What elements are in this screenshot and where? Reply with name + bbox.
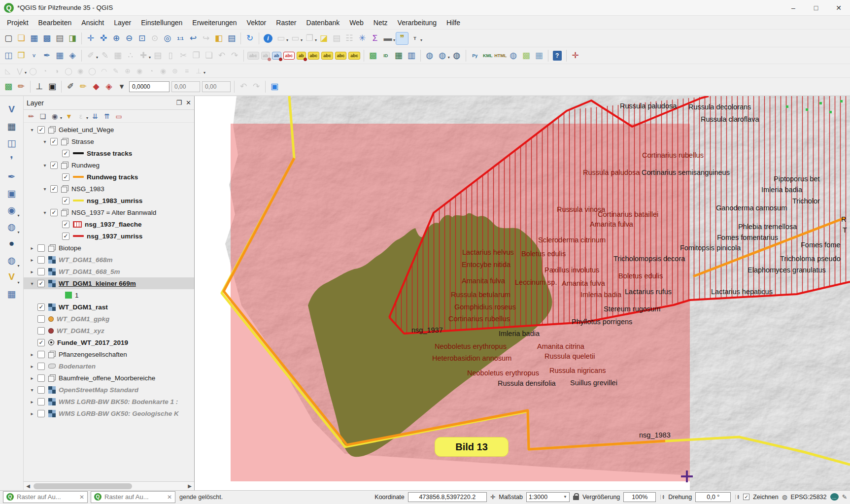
log-pencil-icon[interactable]: ✎ — [842, 493, 847, 501]
new-project-icon[interactable]: ▢ — [2, 32, 15, 45]
expander-icon[interactable]: ▸ — [27, 245, 37, 251]
scroll-thumb[interactable] — [34, 483, 132, 489]
scroll-right-icon[interactable]: ▶ — [185, 483, 194, 489]
style-dock-icon[interactable]: ▩ — [2, 80, 15, 93]
layer-row-baumfreie-offene-moorbereiche[interactable]: ▸Baumfreie_offene_Moorbereiche — [24, 372, 194, 384]
toolbar-field[interactable]: 0,00 — [202, 81, 231, 92]
layer-row-wt-dgm1-668m[interactable]: ▸WT_DGM1_668m — [24, 254, 194, 266]
filter-legend-icon[interactable]: ▼ — [64, 111, 74, 122]
measure-icon[interactable]: ▬ — [381, 32, 394, 45]
layer-visibility-checkbox[interactable]: ✓ — [37, 280, 45, 287]
processing-toolbox-icon[interactable]: ✳ — [356, 32, 369, 45]
zoom-to-layer-icon[interactable]: ◎ — [161, 32, 174, 45]
python-console-icon[interactable]: Py — [469, 49, 481, 62]
show-bookmarks-icon[interactable]: ▤ — [225, 32, 238, 45]
layer-row-gebiet-und-wege[interactable]: ▾✓Gebiet_und_Wege — [24, 124, 194, 135]
close-button[interactable]: ✕ — [827, 0, 850, 16]
layer-visibility-checkbox[interactable] — [37, 386, 45, 394]
layer-row-pflanzengesellschaften[interactable]: ▸Pflanzengesellschaften — [24, 348, 194, 360]
menu-web[interactable]: Web — [344, 17, 369, 29]
expander-icon[interactable]: ▾ — [27, 127, 37, 133]
layer-visibility-checkbox[interactable] — [37, 410, 45, 417]
dropdown-arrow-icon[interactable]: ▾ — [17, 213, 19, 218]
new-mesh-icon[interactable]: ▦ — [53, 49, 66, 62]
layer-visibility-checkbox[interactable]: ✓ — [62, 221, 69, 228]
text-annotation-icon[interactable]: T — [408, 32, 421, 45]
expander-icon[interactable]: ▾ — [39, 210, 50, 215]
maximize-button[interactable]: □ — [805, 0, 827, 16]
expander-icon[interactable]: ▾ — [39, 163, 50, 168]
layer-row-wt-dgm1-gpkg[interactable]: WT_DGM1_gpkg — [24, 313, 194, 325]
pan-to-selection-icon[interactable]: ✜ — [97, 32, 110, 45]
pen-yellow-icon[interactable]: ✏ — [77, 80, 90, 93]
close-icon[interactable]: ✕ — [167, 494, 172, 501]
messages-bubble-icon[interactable]: … — [830, 493, 839, 501]
tracing-icon[interactable]: ▣ — [46, 80, 59, 93]
expander-icon[interactable]: ▾ — [39, 139, 50, 144]
new-geopackage-icon[interactable]: ❒ — [15, 49, 28, 62]
menu-vektor[interactable]: Vektor — [242, 17, 272, 29]
metasearch-icon[interactable]: ◍ — [423, 49, 436, 62]
layer-row-biotope[interactable]: ▸Biotope — [24, 242, 194, 254]
layer-row-1[interactable]: 1 — [24, 289, 194, 301]
zoom-in-icon[interactable]: ⊕ — [110, 32, 123, 45]
menu-layer[interactable]: Layer — [109, 17, 136, 29]
layer-row-strasse-tracks[interactable]: ✓Strasse tracks — [24, 147, 194, 159]
snap-dropdown-icon[interactable]: ▾ — [115, 80, 128, 93]
add-group-icon[interactable]: ❏ — [37, 111, 48, 122]
quick-map-services-icon[interactable]: ▩ — [520, 49, 533, 62]
pan-map-icon[interactable]: ✛ — [84, 32, 97, 45]
dropdown-arrow-icon[interactable]: ▾ — [60, 116, 62, 120]
add-raster-layer-icon[interactable]: ▦ — [4, 119, 19, 133]
rotate-label-icon[interactable]: abc — [321, 52, 333, 60]
open-project-icon[interactable]: ❏ — [15, 32, 28, 45]
layer-labeling-icon[interactable]: abc — [247, 52, 259, 60]
expander-icon[interactable]: ▸ — [27, 364, 37, 369]
menu-bearbeiten[interactable]: Bearbeiten — [34, 17, 77, 29]
layer-row-bodenarten[interactable]: ▸Bodenarten — [24, 360, 194, 372]
layer-styling-icon[interactable]: ✏ — [15, 80, 28, 93]
expander-icon[interactable]: ▸ — [27, 257, 37, 263]
layer-visibility-checkbox[interactable]: ✓ — [50, 138, 58, 145]
add-vector-layer-icon[interactable]: V — [4, 102, 19, 116]
crs-status[interactable]: EPSG:25832 — [791, 494, 827, 501]
add-spatialite-icon[interactable]: ✒ — [4, 169, 19, 183]
raster-calculator-icon[interactable]: ▩ — [367, 49, 379, 62]
crosshair-icon[interactable]: ✛ — [569, 49, 582, 62]
statistics-icon[interactable]: Σ — [369, 32, 381, 45]
style-manager-icon[interactable]: ◨ — [66, 32, 79, 45]
layer-visibility-checkbox[interactable] — [37, 398, 45, 405]
move-label-icon[interactable]: ab — [297, 52, 306, 60]
dropdown-arrow-icon[interactable]: ▾ — [17, 280, 19, 285]
new-spatialite-icon[interactable]: ✒ — [40, 49, 53, 62]
label-properties-icon[interactable]: abc — [348, 52, 360, 60]
add-vector-tile-icon[interactable]: V — [4, 270, 19, 284]
expander-icon[interactable]: ▾ — [39, 186, 50, 192]
layer-visibility-checkbox[interactable]: ✓ — [62, 233, 69, 240]
expander-icon[interactable]: ▾ — [27, 387, 37, 393]
layer-row-wt-dgm1-668-5m[interactable]: ▸WT_DGM1_668_5m — [24, 266, 194, 277]
layer-row-rundweg[interactable]: ▾✓Rundweg — [24, 159, 194, 171]
expander-icon[interactable]: ▸ — [27, 399, 37, 404]
render-preview-icon[interactable]: ▣ — [268, 80, 281, 93]
toolbar-field[interactable]: 0,0000 — [129, 81, 170, 92]
layer-panel-hscrollbar[interactable]: ◀ ▶ — [24, 481, 194, 490]
layer-visibility-checkbox[interactable]: ✓ — [50, 162, 58, 169]
layer-visibility-checkbox[interactable] — [37, 256, 45, 264]
db-manager-icon[interactable]: ▥ — [405, 49, 418, 62]
layer-row-nsg-1937-umriss[interactable]: ✓nsg_1937_umriss — [24, 230, 194, 242]
new-shapefile-icon[interactable]: V — [28, 49, 40, 62]
layer-visibility-checkbox[interactable] — [37, 244, 45, 252]
add-mesh-layer-icon[interactable]: ◫ — [4, 136, 19, 150]
expander-icon[interactable]: ▸ — [27, 411, 37, 416]
dropdown-arrow-icon[interactable]: ▾ — [17, 230, 19, 235]
minimize-button[interactable]: – — [782, 0, 805, 16]
snapping-anchor-icon[interactable]: ⊥ — [33, 80, 46, 93]
magnifier-spinner[interactable]: ▲▼ — [660, 495, 665, 500]
color-picker-icon[interactable]: ✐ — [64, 80, 77, 93]
menu-raster[interactable]: Raster — [271, 17, 301, 29]
layer-row-nsg-1937-alter-bannwald[interactable]: ▾✓NSG_1937 = Alter Bannwald — [24, 206, 194, 218]
layer-visibility-checkbox[interactable]: ✓ — [50, 209, 58, 216]
toolbar-field[interactable]: 0,00 — [171, 81, 200, 92]
layer-visibility-checkbox[interactable] — [37, 327, 45, 335]
